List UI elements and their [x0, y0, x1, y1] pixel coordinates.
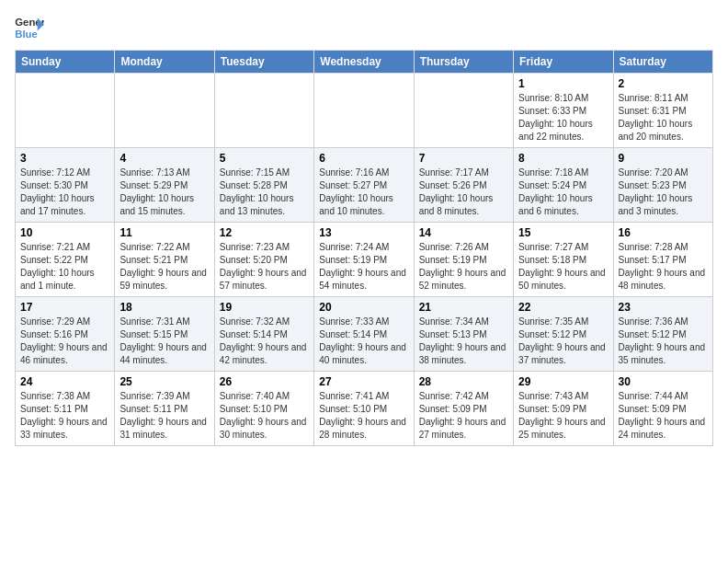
svg-text:Blue: Blue: [15, 29, 38, 40]
day-info: Sunrise: 7:22 AM Sunset: 5:21 PM Dayligh…: [119, 241, 209, 293]
day-number: 2: [619, 77, 708, 90]
day-number: 25: [119, 375, 209, 388]
calendar-cell: 2Sunrise: 8:11 AM Sunset: 6:31 PM Daylig…: [613, 74, 712, 148]
calendar-cell: 5Sunrise: 7:15 AM Sunset: 5:28 PM Daylig…: [214, 148, 313, 223]
calendar-cell: 1Sunrise: 8:10 AM Sunset: 6:33 PM Daylig…: [514, 74, 613, 148]
header-friday: Friday: [514, 51, 613, 74]
day-info: Sunrise: 7:26 AM Sunset: 5:19 PM Dayligh…: [419, 241, 508, 293]
calendar-header-row: SundayMondayTuesdayWednesdayThursdayFrid…: [16, 51, 713, 74]
day-number: 4: [119, 152, 209, 165]
day-number: 13: [319, 226, 408, 239]
calendar-cell: 25Sunrise: 7:39 AM Sunset: 5:11 PM Dayli…: [115, 372, 214, 446]
day-info: Sunrise: 7:33 AM Sunset: 5:14 PM Dayligh…: [319, 316, 408, 367]
calendar-cell: 4Sunrise: 7:13 AM Sunset: 5:29 PM Daylig…: [115, 148, 214, 223]
day-info: Sunrise: 7:34 AM Sunset: 5:13 PM Dayligh…: [419, 316, 508, 367]
day-info: Sunrise: 8:11 AM Sunset: 6:31 PM Dayligh…: [619, 92, 708, 144]
header-sunday: Sunday: [16, 51, 115, 74]
day-number: 3: [20, 152, 109, 165]
calendar-week-5: 24Sunrise: 7:38 AM Sunset: 5:11 PM Dayli…: [16, 372, 713, 446]
day-number: 11: [119, 226, 209, 239]
day-info: Sunrise: 7:29 AM Sunset: 5:16 PM Dayligh…: [20, 316, 109, 367]
calendar-cell: 3Sunrise: 7:12 AM Sunset: 5:30 PM Daylig…: [16, 148, 115, 223]
calendar-cell: 23Sunrise: 7:36 AM Sunset: 5:12 PM Dayli…: [613, 297, 712, 372]
calendar-week-3: 10Sunrise: 7:21 AM Sunset: 5:22 PM Dayli…: [16, 223, 713, 297]
day-info: Sunrise: 7:35 AM Sunset: 5:12 PM Dayligh…: [518, 316, 608, 367]
day-info: Sunrise: 7:28 AM Sunset: 5:17 PM Dayligh…: [619, 241, 708, 293]
calendar-cell: 17Sunrise: 7:29 AM Sunset: 5:16 PM Dayli…: [16, 297, 115, 372]
calendar-cell: 10Sunrise: 7:21 AM Sunset: 5:22 PM Dayli…: [16, 223, 115, 297]
day-info: Sunrise: 7:39 AM Sunset: 5:11 PM Dayligh…: [119, 390, 209, 442]
calendar-week-1: 1Sunrise: 8:10 AM Sunset: 6:33 PM Daylig…: [16, 74, 713, 148]
day-info: Sunrise: 7:16 AM Sunset: 5:27 PM Dayligh…: [319, 167, 408, 218]
day-info: Sunrise: 7:31 AM Sunset: 5:15 PM Dayligh…: [119, 316, 209, 367]
calendar-cell: 24Sunrise: 7:38 AM Sunset: 5:11 PM Dayli…: [16, 372, 115, 446]
day-info: Sunrise: 7:20 AM Sunset: 5:23 PM Dayligh…: [619, 167, 708, 218]
day-number: 19: [220, 301, 309, 314]
day-number: 23: [619, 301, 708, 314]
day-number: 8: [518, 152, 608, 165]
day-info: Sunrise: 7:21 AM Sunset: 5:22 PM Dayligh…: [20, 241, 109, 293]
calendar-cell: 7Sunrise: 7:17 AM Sunset: 5:26 PM Daylig…: [414, 148, 513, 223]
calendar-cell: 12Sunrise: 7:23 AM Sunset: 5:20 PM Dayli…: [214, 223, 313, 297]
day-info: Sunrise: 7:41 AM Sunset: 5:10 PM Dayligh…: [319, 390, 408, 442]
calendar-cell: [115, 74, 214, 148]
day-number: 30: [619, 375, 708, 388]
header-saturday: Saturday: [613, 51, 712, 74]
day-info: Sunrise: 7:24 AM Sunset: 5:19 PM Dayligh…: [319, 241, 408, 293]
day-info: Sunrise: 8:10 AM Sunset: 6:33 PM Dayligh…: [518, 92, 608, 144]
day-info: Sunrise: 7:17 AM Sunset: 5:26 PM Dayligh…: [419, 167, 508, 218]
day-number: 9: [619, 152, 708, 165]
day-info: Sunrise: 7:15 AM Sunset: 5:28 PM Dayligh…: [220, 167, 309, 218]
logo: General Blue: [15, 15, 44, 40]
calendar-cell: 28Sunrise: 7:42 AM Sunset: 5:09 PM Dayli…: [414, 372, 513, 446]
calendar-cell: 14Sunrise: 7:26 AM Sunset: 5:19 PM Dayli…: [414, 223, 513, 297]
day-number: 28: [419, 375, 508, 388]
day-number: 17: [20, 301, 109, 314]
day-number: 18: [119, 301, 209, 314]
day-number: 5: [220, 152, 309, 165]
day-number: 10: [20, 226, 109, 239]
day-info: Sunrise: 7:43 AM Sunset: 5:09 PM Dayligh…: [518, 390, 608, 442]
calendar-cell: 18Sunrise: 7:31 AM Sunset: 5:15 PM Dayli…: [115, 297, 214, 372]
day-info: Sunrise: 7:38 AM Sunset: 5:11 PM Dayligh…: [20, 390, 109, 442]
day-number: 12: [220, 226, 309, 239]
day-info: Sunrise: 7:18 AM Sunset: 5:24 PM Dayligh…: [518, 167, 608, 218]
header-thursday: Thursday: [414, 51, 513, 74]
day-number: 1: [518, 77, 608, 90]
calendar-cell: 16Sunrise: 7:28 AM Sunset: 5:17 PM Dayli…: [613, 223, 712, 297]
calendar-cell: 19Sunrise: 7:32 AM Sunset: 5:14 PM Dayli…: [214, 297, 313, 372]
day-number: 27: [319, 375, 408, 388]
header-monday: Monday: [115, 51, 214, 74]
calendar-cell: 21Sunrise: 7:34 AM Sunset: 5:13 PM Dayli…: [414, 297, 513, 372]
day-info: Sunrise: 7:27 AM Sunset: 5:18 PM Dayligh…: [518, 241, 608, 293]
calendar-cell: 13Sunrise: 7:24 AM Sunset: 5:19 PM Dayli…: [314, 223, 414, 297]
calendar-cell: 30Sunrise: 7:44 AM Sunset: 5:09 PM Dayli…: [613, 372, 712, 446]
day-number: 22: [518, 301, 608, 314]
page-header: General Blue: [15, 15, 713, 40]
day-number: 26: [220, 375, 309, 388]
calendar-cell: 15Sunrise: 7:27 AM Sunset: 5:18 PM Dayli…: [514, 223, 613, 297]
day-info: Sunrise: 7:36 AM Sunset: 5:12 PM Dayligh…: [619, 316, 708, 367]
day-info: Sunrise: 7:40 AM Sunset: 5:10 PM Dayligh…: [220, 390, 309, 442]
day-number: 29: [518, 375, 608, 388]
day-number: 16: [619, 226, 708, 239]
day-info: Sunrise: 7:44 AM Sunset: 5:09 PM Dayligh…: [619, 390, 708, 442]
day-info: Sunrise: 7:12 AM Sunset: 5:30 PM Dayligh…: [20, 167, 109, 218]
calendar-cell: [314, 74, 414, 148]
day-number: 20: [319, 301, 408, 314]
calendar-cell: [16, 74, 115, 148]
calendar-cell: [214, 74, 313, 148]
day-info: Sunrise: 7:13 AM Sunset: 5:29 PM Dayligh…: [119, 167, 209, 218]
day-info: Sunrise: 7:42 AM Sunset: 5:09 PM Dayligh…: [419, 390, 508, 442]
calendar-cell: 22Sunrise: 7:35 AM Sunset: 5:12 PM Dayli…: [514, 297, 613, 372]
calendar-cell: [414, 74, 513, 148]
logo-icon: General Blue: [15, 15, 44, 40]
day-info: Sunrise: 7:32 AM Sunset: 5:14 PM Dayligh…: [220, 316, 309, 367]
calendar-cell: 27Sunrise: 7:41 AM Sunset: 5:10 PM Dayli…: [314, 372, 414, 446]
calendar-cell: 11Sunrise: 7:22 AM Sunset: 5:21 PM Dayli…: [115, 223, 214, 297]
calendar-cell: 9Sunrise: 7:20 AM Sunset: 5:23 PM Daylig…: [613, 148, 712, 223]
day-number: 14: [419, 226, 508, 239]
day-number: 24: [20, 375, 109, 388]
day-number: 21: [419, 301, 508, 314]
calendar-cell: 29Sunrise: 7:43 AM Sunset: 5:09 PM Dayli…: [514, 372, 613, 446]
